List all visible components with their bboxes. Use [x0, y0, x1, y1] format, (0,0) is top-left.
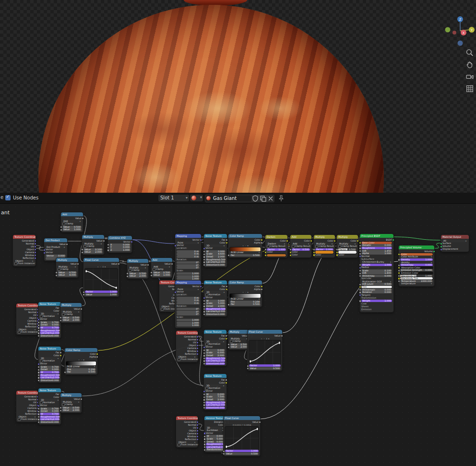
socket[interactable] — [127, 276, 128, 277]
row-temperature[interactable]: Temperature1000.000 — [400, 280, 433, 282]
row-value[interactable]: Value — [62, 308, 80, 311]
socket[interactable] — [398, 275, 400, 277]
row-y[interactable]: Y0.000 — [109, 246, 131, 248]
row-clamp[interactable]: Clamp — [58, 268, 77, 271]
socket[interactable] — [38, 335, 39, 337]
socket[interactable] — [310, 240, 312, 242]
row-multiscatter-ggx[interactable]: Multiscatter GGX — [361, 280, 392, 283]
row-pos[interactable]: Pos0.192 — [66, 368, 96, 371]
socket[interactable] — [204, 436, 205, 437]
socket[interactable] — [261, 289, 262, 290]
row-lacunarity[interactable]: Lacunarity2.000 — [40, 418, 60, 420]
row-clamp[interactable]: Clamp — [83, 245, 103, 248]
socket[interactable] — [38, 363, 39, 365]
row-scale[interactable]: Scale7.500 — [205, 396, 225, 398]
row-object[interactable]: Object: — [18, 416, 36, 418]
row-color[interactable]: Color — [206, 424, 224, 427]
socket[interactable] — [398, 280, 400, 282]
socket[interactable] — [44, 252, 45, 254]
socket[interactable] — [203, 264, 205, 266]
row-vector[interactable]: Vector — [177, 239, 200, 242]
node-noise-texture[interactable]: Noise TextureFacColor3DNormalizeVectorW0… — [204, 374, 226, 410]
socket[interactable] — [35, 246, 36, 247]
socket[interactable] — [226, 338, 227, 339]
socket[interactable] — [151, 272, 152, 273]
socket[interactable] — [81, 398, 82, 400]
row-value[interactable]: Value — [249, 335, 281, 338]
row-base-color[interactable]: Base Color — [361, 242, 392, 244]
row-scale[interactable]: Scale6.000 — [205, 351, 225, 354]
socket[interactable] — [259, 421, 261, 423]
row-clamp-result[interactable]: Clamp Result — [338, 245, 357, 248]
row-3d[interactable]: 3D — [40, 399, 60, 401]
socket[interactable] — [203, 402, 205, 403]
row-curve[interactable] — [225, 427, 259, 450]
row-vector[interactable]: Vector — [40, 318, 60, 321]
socket[interactable] — [197, 342, 198, 343]
socket[interactable] — [197, 339, 198, 340]
row-factor[interactable]: Factor1.000 — [267, 248, 286, 251]
socket[interactable] — [359, 286, 361, 288]
row-multiply[interactable]: Multiply — [230, 338, 248, 340]
row-value[interactable]: Value — [230, 335, 248, 338]
row-value[interactable]: Value2.000 — [62, 409, 80, 411]
row-curve[interactable] — [85, 268, 118, 291]
row-w[interactable]: W0.700 — [40, 371, 60, 373]
node-header[interactable]: Multiply — [337, 235, 358, 239]
socket[interactable] — [38, 416, 39, 418]
socket[interactable] — [398, 267, 400, 268]
socket[interactable] — [203, 305, 205, 307]
socket[interactable] — [203, 352, 205, 354]
row-tools[interactable]: ＋ － ↕ ▾ — [249, 338, 281, 340]
socket[interactable] — [35, 252, 36, 253]
row-val[interactable]: 0 m — [177, 297, 200, 299]
node-principled-volume[interactable]: Principled VolumeVolumeColorColor Attrib… — [399, 245, 434, 286]
row-value[interactable]: Value — [58, 263, 77, 266]
row-rgb-linear[interactable]: RGB Linear — [230, 251, 261, 254]
node-multiply[interactable]: MultiplyValueMultiplyClampValue0.500Valu… — [228, 330, 250, 350]
node-header[interactable]: Noise Texture — [204, 374, 226, 378]
row-add[interactable]: Add — [153, 266, 171, 268]
row-val[interactable]: 1.000 — [177, 278, 200, 280]
row-w[interactable]: W0.700 — [40, 326, 60, 329]
row-factor[interactable]: Factor1.000 — [249, 364, 281, 367]
row-grad[interactable] — [230, 247, 261, 251]
row-ior[interactable]: IOR1.450 — [361, 250, 392, 252]
row-metallic[interactable]: Metallic0.000 — [361, 244, 392, 246]
node-header[interactable]: Multiply — [127, 259, 148, 263]
row-value[interactable]: Value0.500 — [225, 453, 259, 455]
row-clamp[interactable]: Clamp — [62, 313, 80, 316]
socket[interactable] — [359, 291, 361, 293]
socket[interactable] — [83, 291, 84, 293]
node-header[interactable]: Color Ramp — [228, 280, 262, 284]
row-value[interactable]: Value — [62, 398, 80, 401]
row-distortion[interactable]: Distortion0.000 — [205, 407, 225, 409]
row-density[interactable]: Density1.000 — [400, 258, 433, 261]
node-header[interactable]: Multiply — [60, 393, 82, 397]
row-w[interactable]: W0.000 — [205, 349, 225, 351]
socket[interactable] — [197, 436, 198, 437]
row-value[interactable]: Value1.000 — [62, 228, 82, 231]
row-scale[interactable]: Scale5.000 — [205, 302, 226, 304]
node-voronoi-texture[interactable]: Voronoi TextureDistanceColor3DEuclideanV… — [204, 416, 226, 452]
node-multiply[interactable]: MultiplyColorMultiplyClamp ResultFactor0… — [337, 235, 358, 257]
socket[interactable] — [38, 374, 39, 376]
node-header[interactable]: Mapping — [175, 280, 201, 284]
socket[interactable] — [313, 249, 315, 250]
socket[interactable] — [82, 218, 83, 219]
socket[interactable] — [359, 250, 361, 252]
row-multiply[interactable]: Multiply — [338, 243, 357, 245]
row-roughness[interactable]: Roughness0.500 — [40, 374, 60, 376]
socket[interactable] — [107, 244, 109, 245]
row-tools[interactable]: ＋ － ▾ — [230, 245, 261, 247]
node-header[interactable]: Noise Texture — [38, 302, 61, 306]
row-clamp-result[interactable]: Clamp Result — [292, 245, 310, 248]
row-vector[interactable]: Vector — [206, 432, 224, 435]
row-weight[interactable]: Weight1.000 — [361, 300, 392, 302]
row-detail[interactable]: Detail0.000 — [40, 368, 60, 371]
node-header[interactable]: Float Curve — [224, 416, 260, 420]
socket[interactable] — [35, 240, 36, 242]
socket[interactable] — [226, 239, 227, 241]
socket[interactable] — [398, 254, 400, 255]
row-color[interactable]: Color — [292, 240, 310, 243]
